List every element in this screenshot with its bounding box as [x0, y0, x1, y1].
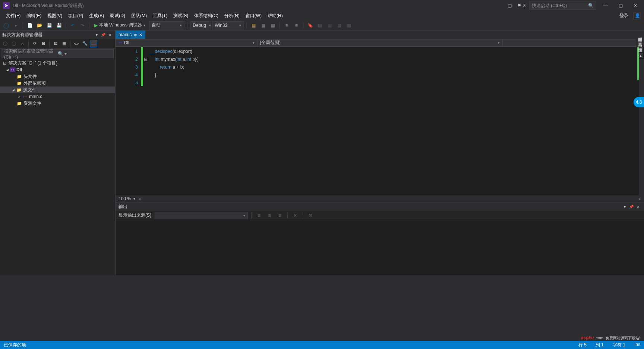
out-btn-2[interactable]: ≡: [265, 212, 274, 219]
open-button[interactable]: 📂: [35, 21, 44, 29]
start-debugger-button[interactable]: ▶ 本地 Windows 调试器 ▾: [92, 21, 148, 29]
expand-icon[interactable]: ◢: [11, 88, 15, 92]
separator: [49, 40, 50, 47]
sb-collapse-button[interactable]: ⊡: [52, 40, 59, 47]
code-editor[interactable]: 12345 ⊟ __declspec(dllexport) int mymax(…: [116, 47, 644, 195]
sb-showall-button[interactable]: ▦: [60, 40, 68, 47]
tb-icon-4[interactable]: ▦: [316, 21, 324, 29]
rail-tab-toolbox[interactable]: 工具箱: [637, 37, 644, 42]
menu-debug[interactable]: 调试(D): [107, 12, 128, 20]
menu-view[interactable]: 视图(V): [44, 12, 65, 20]
floating-badge[interactable]: 4.8: [634, 97, 644, 107]
quick-launch-input[interactable]: 快速启动 (Ctrl+Q) 🔍: [529, 1, 596, 10]
output-body[interactable]: [116, 220, 644, 275]
nav-member-combo[interactable]: ▾: [502, 39, 644, 47]
expand-icon[interactable]: ▷: [17, 95, 21, 98]
expand-icon[interactable]: ◢: [5, 68, 9, 72]
panel-pin-button[interactable]: 📌: [628, 204, 634, 210]
menu-test[interactable]: 测试(S): [170, 12, 191, 20]
tb-icon-3[interactable]: ▦: [269, 21, 277, 29]
save-all-button[interactable]: 💾: [55, 21, 63, 29]
tb-icon-5[interactable]: ▦: [325, 21, 334, 29]
chevron-down-icon[interactable]: ▾: [133, 197, 135, 201]
tb-icon-1[interactable]: ▦: [249, 21, 258, 29]
sb-sync-button[interactable]: ⊟: [40, 40, 47, 47]
menu-architecture[interactable]: 体系结构(C): [191, 12, 221, 20]
menu-analyze[interactable]: 分析(N): [221, 12, 243, 20]
new-file-button[interactable]: 📄: [26, 21, 34, 29]
nav-project-combo[interactable]: ++ Dll ▾: [116, 39, 257, 47]
menu-team[interactable]: 团队(M): [128, 12, 150, 20]
avatar-icon[interactable]: 👤: [634, 12, 641, 19]
panel-close-button[interactable]: ✕: [635, 204, 641, 210]
solution-search-input[interactable]: 搜索解决方案资源管理器(Ctrl+;) 🔍 ▾: [1, 49, 114, 58]
close-button[interactable]: ✕: [630, 2, 641, 9]
sb-code-button[interactable]: <>: [73, 40, 80, 47]
out-btn-3[interactable]: ≡: [276, 212, 284, 219]
login-link[interactable]: 登录: [616, 12, 631, 20]
tree-folder-resources[interactable]: 📁 资源文件: [0, 100, 115, 107]
redo-button[interactable]: ↷: [78, 21, 86, 29]
separator: [246, 22, 247, 29]
expand-button[interactable]: ▲: [638, 53, 643, 58]
undo-button[interactable]: ↶: [69, 21, 77, 29]
menu-tools[interactable]: 工具(T): [150, 12, 170, 20]
output-source-combo[interactable]: ▾: [155, 212, 248, 219]
tb-icon-7[interactable]: ▦: [345, 21, 353, 29]
config-combo[interactable]: 自动 ▾: [149, 21, 184, 29]
out-btn-clear[interactable]: ✕: [291, 212, 299, 219]
menu-build[interactable]: 生成(B): [86, 12, 107, 20]
menu-help[interactable]: 帮助(H): [265, 12, 286, 20]
outdent-button[interactable]: ≡: [292, 21, 300, 29]
tb-icon-2[interactable]: ▦: [259, 21, 267, 29]
pin-icon[interactable]: ⊕: [134, 33, 137, 37]
nav-scope-combo[interactable]: (全局范围) ▾: [257, 39, 502, 47]
tree-folder-sources[interactable]: ◢ 📁 源文件: [0, 87, 115, 93]
sb-forward-button[interactable]: ◯: [10, 40, 18, 47]
scrollbar-track[interactable]: [639, 59, 644, 195]
panel-dropdown-button[interactable]: ▾: [622, 204, 628, 210]
tab-close-button[interactable]: ✕: [139, 32, 142, 37]
tree-solution[interactable]: ⊡ 解决方案 "Dll" (1 个项目): [0, 60, 115, 66]
indent-button[interactable]: ≡: [282, 21, 291, 29]
code-content[interactable]: __declspec(dllexport) int mymax(int a,in…: [148, 47, 644, 195]
out-btn-1[interactable]: ≡: [255, 212, 263, 219]
rail-tab-server[interactable]: 服务器资源管理器: [637, 32, 644, 37]
panel-dropdown-button[interactable]: ▾: [94, 32, 100, 38]
minimize-button[interactable]: ―: [600, 2, 611, 9]
scroll-right-icon[interactable]: ▸: [639, 196, 641, 201]
split-button[interactable]: ⬌: [638, 47, 643, 52]
flag-group[interactable]: ⚑ 8: [517, 3, 525, 9]
forward-button[interactable]: ▸: [12, 21, 20, 29]
notification-icon[interactable]: ▢: [507, 3, 513, 9]
platform-combo[interactable]: Win32 ▾: [212, 21, 244, 29]
maximize-button[interactable]: ▢: [615, 2, 626, 9]
zoom-level[interactable]: 100 %: [119, 196, 131, 201]
solution-config-combo[interactable]: Debug ▾: [190, 21, 211, 29]
out-btn-wrap[interactable]: ⊡: [306, 212, 315, 219]
menu-project[interactable]: 项目(P): [65, 12, 86, 20]
scroll-left-icon[interactable]: ◂: [138, 196, 141, 201]
sb-preview-button[interactable]: —: [90, 40, 97, 47]
tb-icon-6[interactable]: ▦: [335, 21, 343, 29]
menu-file[interactable]: 文件(F): [3, 12, 23, 20]
tab-main-c[interactable]: main.c ⊕ ✕: [116, 31, 145, 39]
fold-column[interactable]: ⊟: [143, 47, 148, 195]
tree-folder-headers[interactable]: 📁 头文件: [0, 73, 115, 80]
sb-back-button[interactable]: ◯: [1, 40, 9, 47]
title-bar: Dll - Microsoft Visual Studio(管理员) ▢ ⚑ 8…: [0, 0, 644, 11]
tree-file-main[interactable]: ▷ ++ main.c: [0, 93, 115, 100]
sb-properties-button[interactable]: 🔧: [81, 40, 89, 47]
panel-close-button[interactable]: ✕: [107, 32, 113, 38]
back-button[interactable]: ◯: [2, 21, 10, 29]
menu-window[interactable]: 窗口(W): [243, 12, 265, 20]
sb-home-button[interactable]: ⌂: [19, 40, 26, 47]
bookmark-button[interactable]: 🔖: [306, 21, 314, 29]
save-button[interactable]: 💾: [45, 21, 53, 29]
tree-folder-external[interactable]: 📁 外部依赖项: [0, 80, 115, 87]
menu-edit[interactable]: 编辑(E): [23, 12, 44, 20]
tree-project[interactable]: ◢ ++ Dll: [0, 66, 115, 73]
panel-pin-button[interactable]: 📌: [100, 32, 106, 38]
rail-tab-props[interactable]: 属性: [637, 43, 644, 47]
sb-refresh-button[interactable]: ⟳: [31, 40, 38, 47]
